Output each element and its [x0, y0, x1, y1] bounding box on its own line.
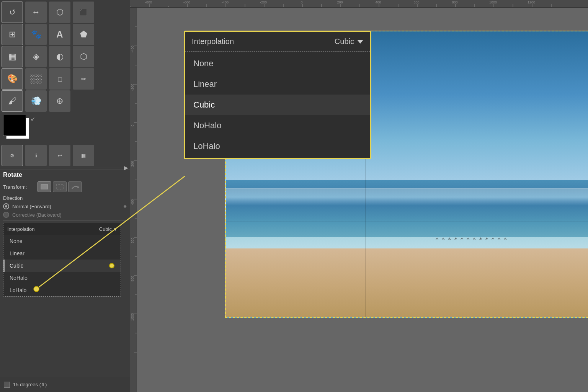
svg-text:600: 600	[131, 237, 134, 243]
selected-indicator-dot	[109, 263, 114, 268]
svg-text:-400: -400	[131, 46, 134, 52]
transform-row: Transform:	[3, 181, 127, 192]
tool-clone[interactable]: ⊕	[49, 90, 70, 112]
tool-burn[interactable]: ⬡	[73, 46, 94, 67]
svg-point-2	[77, 186, 79, 188]
tool-options-panel: Rotate Transform: Direction	[0, 170, 130, 392]
tool-history-icon[interactable]: ↩	[49, 145, 70, 166]
direction-corrective-radio[interactable]	[3, 212, 9, 218]
tool-measure[interactable]: ⬛	[73, 2, 94, 23]
svg-text:1000: 1000	[489, 0, 497, 4]
interpolation-popup-title: Interpolation	[192, 37, 234, 46]
interp-option-lohalo-small[interactable]: LoHalo	[3, 284, 121, 296]
swap-colors-icon[interactable]: ↙	[31, 116, 35, 122]
svg-text:600: 600	[413, 0, 419, 4]
interpolation-popup[interactable]: Interpolation Cubic None Linear Cubic No…	[184, 31, 371, 159]
svg-text:1200: 1200	[528, 0, 535, 4]
grid-line-v2	[506, 31, 506, 317]
tool-align[interactable]: ⊞	[2, 24, 23, 45]
transform-layer-btn[interactable]	[38, 181, 51, 192]
chevron-down-icon-small: ▾	[114, 226, 117, 232]
tool-blur-sharp[interactable]: ◈	[25, 46, 47, 67]
tool-move[interactable]: ↔	[25, 2, 47, 23]
wave-detail	[226, 188, 588, 206]
birds-group: ᗑ ᗑ ᗑ ᗑ ᗑ ᗑ ᗑ ᗑ ᗑ ᗑ ᗑ ᗑ	[436, 237, 508, 241]
status-bar: 15 degrees (⇧)	[0, 377, 130, 392]
sand	[226, 248, 588, 317]
divider-2	[3, 220, 127, 220]
tool-eraser[interactable]: ◻	[49, 68, 70, 90]
panel-arrow[interactable]: ▶	[124, 165, 128, 171]
interp-option-linear-small[interactable]: Linear	[3, 247, 121, 260]
interpolation-label-small: Interpolation	[7, 226, 35, 232]
tool-transform[interactable]: 🐾	[25, 24, 47, 45]
svg-text:800: 800	[131, 276, 134, 281]
tool-paintbrush[interactable]: 🖌	[2, 90, 23, 112]
tool-dodge[interactable]: ◐	[49, 46, 70, 67]
popup-option-none[interactable]: None	[185, 53, 370, 74]
tool-pattern[interactable]: ▦	[2, 46, 23, 67]
tool-gradient[interactable]: ░░	[25, 68, 47, 90]
ruler-horizontal: -800 -600 -400 -200 0 200 400 600 800 10…	[130, 0, 588, 8]
svg-text:200: 200	[131, 161, 134, 167]
direction-normal-radio[interactable]	[3, 203, 9, 209]
direction-normal-label: Normal (Forward)	[12, 204, 51, 209]
tool-lasso[interactable]: ⬡	[49, 2, 70, 23]
direction-normal-row[interactable]: Normal (Forward) ⊕	[3, 203, 127, 209]
svg-rect-1	[56, 185, 63, 189]
status-checkbox[interactable]	[4, 382, 10, 388]
svg-rect-0	[41, 185, 48, 189]
interp-option-cubic-small[interactable]: Cubic	[3, 260, 121, 272]
interpolation-popup-options: None Linear Cubic NoHalo LoHalo	[185, 52, 370, 158]
transform-selection-btn[interactable]	[53, 181, 67, 192]
svg-rect-3	[130, 0, 588, 8]
interpolation-options-list-small: None Linear Cubic NoHalo LoHalo	[3, 235, 121, 296]
grid-line-h2	[226, 222, 588, 222]
direction-corrective-label: Corrective (Backward)	[12, 212, 62, 218]
interp-option-nohalo-small[interactable]: NoHalo	[3, 272, 121, 284]
tool-title: Rotate	[3, 172, 127, 178]
direction-corrective-row[interactable]: Corrective (Backward)	[3, 212, 127, 218]
interpolation-header-small[interactable]: Interpolation Cubic ▾	[3, 223, 121, 235]
tool-pattern-icon[interactable]: ▦	[73, 145, 94, 166]
tool-info-icon[interactable]: ℹ	[25, 145, 47, 166]
direction-help[interactable]: ⊕	[123, 204, 127, 209]
svg-text:-800: -800	[145, 0, 152, 4]
popup-option-lohalo[interactable]: LoHalo	[185, 136, 370, 157]
direction-label: Direction	[3, 195, 127, 201]
svg-text:800: 800	[452, 0, 457, 4]
popup-option-cubic[interactable]: Cubic	[185, 95, 370, 115]
tool-rotate[interactable]: ↺	[2, 2, 23, 23]
divider-1	[2, 168, 128, 168]
tool-pencil[interactable]: ✏	[73, 68, 94, 90]
svg-text:-200: -200	[260, 0, 267, 4]
popup-option-nohalo[interactable]: NoHalo	[185, 115, 370, 136]
tool-text[interactable]: A	[49, 24, 70, 45]
svg-text:200: 200	[337, 0, 343, 4]
svg-text:400: 400	[375, 0, 381, 4]
transform-path-btn[interactable]	[68, 181, 82, 192]
degrees-label: 15 degrees (⇧)	[13, 382, 47, 387]
interpolation-dropdown-small[interactable]: Interpolation Cubic ▾ None Linear Cubic …	[3, 223, 121, 297]
popup-option-linear[interactable]: Linear	[185, 74, 370, 95]
interpolation-popup-header[interactable]: Interpolation Cubic	[185, 32, 370, 52]
tool-bucket[interactable]: 🎨	[2, 68, 23, 90]
svg-text:0: 0	[131, 124, 134, 126]
transform-label: Transform:	[3, 184, 38, 190]
svg-text:1000: 1000	[131, 313, 134, 321]
tool-airbrush[interactable]: 💨	[25, 90, 47, 112]
svg-text:0: 0	[301, 0, 302, 4]
tool-fill[interactable]: ⬟	[73, 24, 94, 45]
ruler-vertical: -400 -200 0 200 400 600 800 1000	[130, 8, 137, 392]
left-toolbar: ↺ ↔ ⬡ ⬛ ⊞ 🐾 A ⬟ ▦ ◈ ◐ ⬡ 🎨 ░░ ◻ ✏ 🖌 💨 ⊕ ↙…	[0, 0, 130, 392]
foreground-color-swatch[interactable]	[3, 115, 26, 136]
svg-text:-200: -200	[131, 84, 134, 91]
svg-text:400: 400	[131, 199, 134, 205]
tool-options-icon[interactable]: ⚙	[2, 145, 23, 166]
svg-text:-600: -600	[183, 0, 190, 4]
interp-cubic-label-small: Cubic	[10, 263, 23, 269]
chevron-down-icon	[357, 40, 363, 44]
svg-text:-400: -400	[222, 0, 229, 4]
interp-option-none-small[interactable]: None	[3, 235, 121, 247]
interpolation-popup-current: Cubic	[335, 37, 354, 46]
